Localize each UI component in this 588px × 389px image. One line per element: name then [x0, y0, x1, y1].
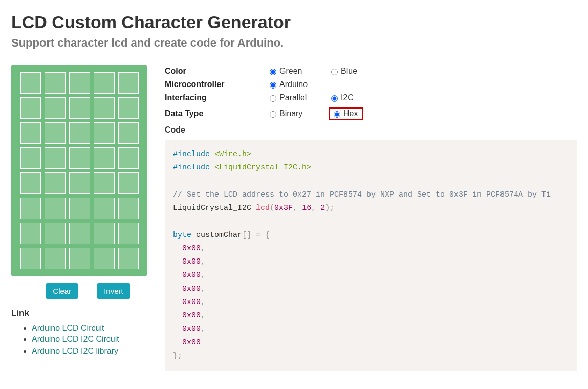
- radio-label-interfacing-parallel: Parallel: [279, 94, 307, 102]
- link[interactable]: Arduino LCD Circuit: [32, 323, 104, 332]
- radio-input-mcu-arduino[interactable]: [270, 82, 276, 89]
- lcd-pixel[interactable]: [118, 248, 139, 269]
- lcd-pixel[interactable]: [20, 147, 41, 169]
- lcd-pixel[interactable]: [45, 97, 66, 119]
- radio-label-datatype-hex: Hex: [343, 110, 358, 118]
- radio-mcu-arduino[interactable]: Arduino: [267, 80, 329, 89]
- radio-color-green[interactable]: Green: [267, 67, 329, 75]
- radio-input-interfacing-parallel[interactable]: [270, 95, 276, 102]
- lcd-pixel[interactable]: [69, 97, 90, 119]
- radio-label-datatype-binary: Binary: [279, 110, 302, 118]
- lcd-pixel[interactable]: [20, 223, 41, 244]
- radio-label-mcu-arduino: Arduino: [279, 80, 308, 89]
- option-row-datatype: Data Type Binary Hex: [165, 107, 577, 120]
- datatype-hex-highlight: Hex: [329, 107, 363, 120]
- radio-input-color-blue[interactable]: [331, 69, 338, 75]
- lcd-pixel[interactable]: [20, 248, 41, 269]
- option-row-color: Color Green Blue: [165, 67, 577, 75]
- lcd-pixel[interactable]: [118, 72, 139, 94]
- lcd-pixel[interactable]: [69, 147, 90, 169]
- lcd-pixel[interactable]: [45, 147, 66, 169]
- invert-button[interactable]: Invert: [97, 283, 130, 299]
- lcd-pixel[interactable]: [20, 198, 41, 219]
- clear-button[interactable]: Clear: [46, 283, 78, 299]
- lcd-pixel[interactable]: [94, 223, 115, 244]
- lcd-pixel[interactable]: [45, 172, 66, 194]
- lcd-pixel[interactable]: [94, 198, 115, 219]
- lcd-pixel[interactable]: [69, 122, 90, 144]
- lcd-pixel[interactable]: [118, 97, 139, 119]
- radio-label-interfacing-i2c: I2C: [341, 94, 354, 102]
- radio-input-datatype-binary[interactable]: [270, 111, 276, 118]
- lcd-pixel[interactable]: [118, 147, 139, 169]
- lcd-pixel[interactable]: [118, 122, 139, 144]
- lcd-pixel[interactable]: [69, 198, 90, 219]
- lcd-pixel[interactable]: [94, 97, 115, 119]
- lcd-pixel[interactable]: [20, 122, 41, 144]
- lcd-pixel[interactable]: [20, 72, 41, 94]
- link-item: Arduino LCD I2C Circuit: [32, 334, 165, 345]
- radio-datatype-hex[interactable]: Hex: [331, 110, 358, 118]
- option-row-microcontroller: Microcontroller Arduino: [165, 80, 577, 89]
- lcd-pixel[interactable]: [94, 172, 115, 194]
- option-label-datatype: Data Type: [165, 110, 267, 118]
- lcd-pixel[interactable]: [118, 172, 139, 194]
- radio-input-interfacing-i2c[interactable]: [331, 95, 338, 102]
- radio-input-color-green[interactable]: [270, 69, 276, 75]
- lcd-pixel[interactable]: [118, 198, 139, 219]
- lcd-pixel[interactable]: [69, 72, 90, 94]
- lcd-pixel[interactable]: [94, 72, 115, 94]
- radio-label-color-blue: Blue: [341, 67, 357, 75]
- links-heading: Link: [11, 308, 165, 318]
- lcd-pixel[interactable]: [94, 147, 115, 169]
- link-item: Arduino LCD Circuit: [32, 322, 165, 334]
- radio-label-color-green: Green: [279, 67, 302, 75]
- radio-datatype-binary[interactable]: Binary: [267, 110, 329, 118]
- lcd-pixel[interactable]: [94, 248, 115, 269]
- lcd-pixel[interactable]: [94, 122, 115, 144]
- links-list: Arduino LCD CircuitArduino LCD I2C Circu…: [11, 322, 165, 357]
- option-row-interfacing: Interfacing Parallel I2C: [165, 94, 577, 102]
- radio-input-datatype-hex[interactable]: [334, 111, 340, 118]
- lcd-pixel-grid[interactable]: [11, 65, 147, 276]
- code-heading: Code: [165, 125, 577, 135]
- page-subtitle: Support character lcd and create code fo…: [11, 36, 577, 50]
- lcd-pixel[interactable]: [118, 223, 139, 244]
- lcd-pixel[interactable]: [69, 248, 90, 269]
- lcd-pixel[interactable]: [45, 122, 66, 144]
- lcd-pixel[interactable]: [45, 198, 66, 219]
- lcd-pixel[interactable]: [69, 172, 90, 194]
- radio-color-blue[interactable]: Blue: [329, 67, 390, 75]
- lcd-pixel[interactable]: [20, 97, 41, 119]
- lcd-pixel[interactable]: [45, 72, 66, 94]
- link[interactable]: Arduino LCD I2C library: [32, 347, 118, 355]
- link[interactable]: Arduino LCD I2C Circuit: [32, 335, 119, 343]
- radio-interfacing-i2c[interactable]: I2C: [329, 94, 390, 102]
- lcd-pixel[interactable]: [45, 223, 66, 244]
- option-label-interfacing: Interfacing: [165, 94, 267, 102]
- lcd-pixel[interactable]: [20, 172, 41, 194]
- option-label-color: Color: [165, 67, 267, 75]
- link-item: Arduino LCD I2C library: [32, 345, 165, 357]
- code-output: #include <Wire.h> #include <LiquidCrysta…: [165, 140, 577, 371]
- option-label-microcontroller: Microcontroller: [165, 80, 267, 89]
- lcd-pixel[interactable]: [69, 223, 90, 244]
- page-title: LCD Custom Character Generator: [11, 12, 577, 32]
- radio-interfacing-parallel[interactable]: Parallel: [267, 94, 329, 102]
- lcd-pixel[interactable]: [45, 248, 66, 269]
